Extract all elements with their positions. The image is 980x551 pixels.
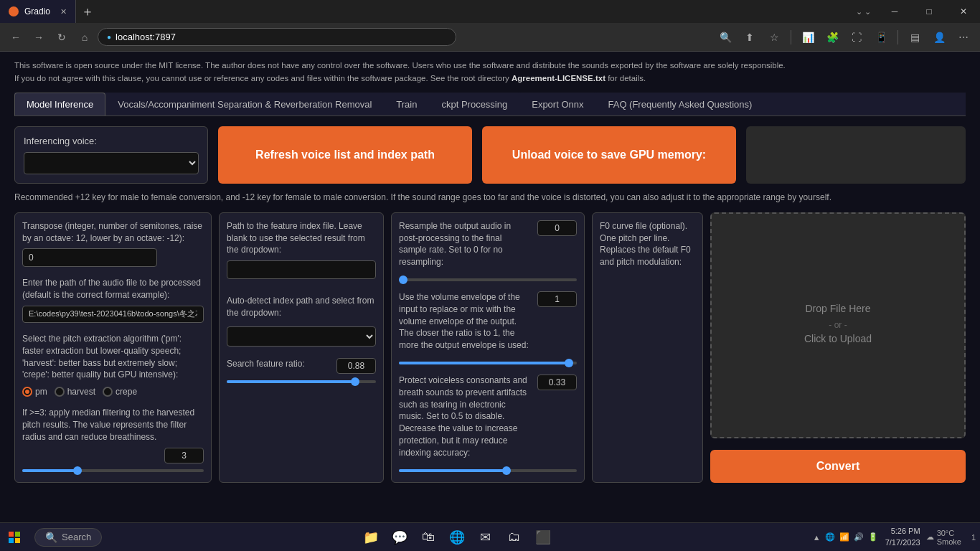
search-ratio-fill	[227, 380, 354, 383]
gradio-icon	[9, 6, 19, 17]
notification-num: 1	[967, 533, 980, 542]
tab-export[interactable]: Export Onnx	[519, 93, 595, 116]
transpose-input[interactable]	[22, 248, 157, 267]
volume-env-slider[interactable]	[399, 362, 577, 364]
top-panel-row: Inferencing voice: Refresh voice list an…	[14, 126, 966, 184]
radio-pm-dot	[25, 390, 29, 394]
taskbar-app-terminal[interactable]: ⬛	[530, 524, 556, 550]
radio-harvest-circle	[55, 387, 65, 397]
radio-crepe-label: crepe	[116, 387, 137, 397]
taskbar-system: ▲ 🌐 📶 🔊 🔋	[806, 532, 885, 542]
pitch-radio-group: pm harvest crepe	[22, 387, 204, 397]
maximize-button[interactable]: □	[913, 6, 946, 17]
active-tab[interactable]: Gradio ✕	[0, 0, 76, 23]
tab-train[interactable]: Train	[384, 93, 429, 116]
taskbar-app-explorer[interactable]: 📁	[358, 524, 384, 550]
svg-rect-0	[9, 532, 14, 537]
feature-index-input[interactable]	[227, 260, 376, 279]
radio-pm[interactable]: pm	[22, 387, 47, 397]
auto-detect-dropdown[interactable]	[227, 326, 376, 347]
resample-value[interactable]: 0	[537, 220, 577, 236]
tab-model-inference[interactable]: Model Inference	[14, 93, 105, 116]
taskbar-apps: 📁 💬 🛍 🌐 ✉ 🗂 ⬛	[108, 524, 806, 550]
license-line1: This software is open source under the M…	[14, 59, 966, 72]
audio-path-input[interactable]	[22, 306, 204, 323]
volume-icon: 🔊	[854, 532, 864, 542]
auto-detect-label: Auto-detect index path and select from t…	[227, 295, 376, 319]
fullscreen-icon[interactable]: ⛶	[846, 27, 867, 48]
refresh-button[interactable]: ↻	[52, 27, 72, 47]
forward-button[interactable]: →	[29, 27, 49, 47]
radio-crepe-circle	[103, 387, 113, 397]
volume-env-thumb	[565, 359, 573, 367]
taskbar-app-chrome[interactable]: 🌐	[444, 524, 470, 550]
titlebar: Gradio ✕ ＋ ⌄ ⌄ ─ □ ✕	[0, 0, 980, 23]
weather-desc: Smoke	[937, 537, 961, 546]
volume-env-row: Use the volume envelope of the input to …	[399, 291, 577, 356]
taskbar-app-mail[interactable]: ✉	[473, 524, 499, 550]
addressbar: ← → ↻ ⌂ ● localhost:7897 🔍 ⬆ ☆ 📊 🧩 ⛶ 📱 ▤…	[0, 23, 980, 52]
menu-icon[interactable]: ⋯	[953, 27, 974, 48]
convert-button[interactable]: Convert	[710, 450, 966, 483]
search-ratio-row: Search feature ratio: 0.88	[227, 358, 376, 375]
volume-env-label: Use the volume envelope of the input to …	[399, 291, 530, 352]
search-browser-icon[interactable]: 🔍	[715, 27, 736, 48]
resample-thumb	[399, 276, 407, 284]
home-button[interactable]: ⌂	[75, 27, 95, 47]
protect-value[interactable]: 0.33	[537, 375, 577, 390]
upload-area[interactable]: Drop File Here - or - Click to Upload	[710, 212, 966, 438]
recommendation-text: Recommended +12 key for male to female c…	[14, 191, 966, 204]
taskbar-datetime[interactable]: 5:26 PM 7/17/2023	[885, 526, 920, 548]
median-filter-slider[interactable]	[22, 469, 204, 472]
protect-thumb	[502, 466, 511, 475]
tab-ckpt[interactable]: ckpt Processing	[429, 93, 519, 116]
extension-icon[interactable]: 🧩	[821, 27, 843, 48]
main-columns: Transpose (integer, number of semitones,…	[14, 212, 966, 483]
refresh-voice-button[interactable]: Refresh voice list and index path	[218, 126, 472, 184]
col-feature: Path to the feature index file. Leave bl…	[219, 212, 384, 483]
median-filter-fill	[22, 469, 77, 472]
taskbar-weather[interactable]: ☁ 30°C Smoke	[920, 529, 967, 546]
divider2	[897, 30, 898, 44]
median-filter-row: 3	[22, 448, 204, 463]
volume-env-value[interactable]: 1	[537, 291, 577, 307]
median-filter-value[interactable]: 3	[164, 448, 204, 463]
search-ratio-value[interactable]: 0.88	[336, 358, 376, 374]
star-icon[interactable]: ☆	[763, 27, 785, 48]
protect-slider[interactable]	[399, 469, 577, 472]
radio-crepe[interactable]: crepe	[103, 387, 137, 397]
back-button[interactable]: ←	[6, 27, 26, 47]
profile-icon[interactable]: 👤	[928, 27, 950, 48]
start-button[interactable]	[0, 523, 29, 552]
minimize-button[interactable]: ─	[878, 6, 911, 17]
protect-label: Protect voiceless consonants and breath …	[399, 375, 530, 459]
close-tab-icon[interactable]: ✕	[60, 7, 67, 17]
time-display: 5:26 PM	[885, 526, 920, 537]
radio-harvest[interactable]: harvest	[55, 387, 95, 397]
search-ratio-slider[interactable]	[227, 380, 376, 383]
share-icon[interactable]: ⬆	[739, 27, 760, 48]
radio-pm-circle	[22, 387, 32, 397]
divider	[791, 30, 791, 44]
battery-icon: 🔋	[868, 532, 878, 542]
taskbar-app-files[interactable]: 🗂	[501, 524, 527, 550]
feature-index-label: Path to the feature index file. Leave bl…	[227, 220, 376, 256]
secure-icon: ●	[107, 33, 111, 41]
new-tab-button[interactable]: ＋	[76, 0, 99, 23]
phone-icon[interactable]: 📱	[870, 27, 892, 48]
lang-icon: 🌐	[825, 532, 835, 542]
tab-faq[interactable]: FAQ (Frequently Asked Questions)	[595, 93, 764, 116]
col-f0: F0 curve file (optional). One pitch per …	[592, 212, 703, 483]
radio-pm-label: pm	[35, 387, 47, 397]
close-button[interactable]: ✕	[947, 6, 980, 17]
voice-dropdown[interactable]	[24, 152, 199, 174]
stats-icon[interactable]: 📊	[797, 27, 819, 48]
unload-voice-button[interactable]: Unload voice to save GPU memory:	[482, 126, 736, 184]
address-bar-input[interactable]: ● localhost:7897	[98, 28, 456, 46]
resample-slider[interactable]	[399, 278, 577, 281]
taskbar-app-teams[interactable]: 💬	[387, 524, 413, 550]
tab-vocals[interactable]: Vocals/Accompaniment Separation & Reverb…	[105, 93, 384, 116]
sidebar-icon[interactable]: ▤	[904, 27, 925, 48]
taskbar-search[interactable]: 🔍 Search	[34, 528, 102, 547]
taskbar-app-store[interactable]: 🛍	[415, 524, 441, 550]
